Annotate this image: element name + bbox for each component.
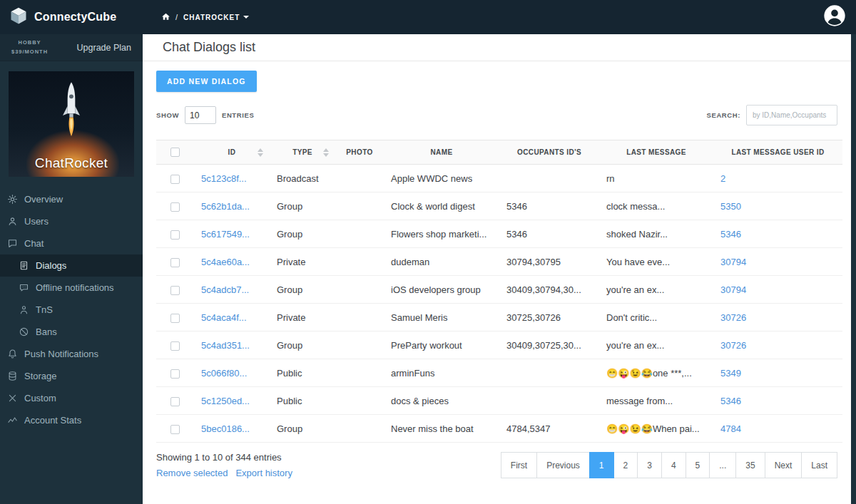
row-checkbox[interactable] (170, 425, 180, 434)
dialog-last-user-cell: 30794 (713, 276, 842, 304)
row-checkbox[interactable] (170, 202, 180, 212)
add-new-dialog-button[interactable]: ADD NEW DIALOG (156, 71, 257, 92)
sidebar-item-tns[interactable]: TnS (0, 299, 143, 321)
table-row: 5c4ae60a... Private dudeman 30794,30795 … (156, 248, 842, 276)
dialog-type-cell: Public (270, 359, 335, 387)
last-message-user-link[interactable]: 5346 (720, 229, 741, 240)
row-checkbox[interactable] (170, 341, 180, 351)
dialog-occupants-cell (499, 165, 599, 192)
table-row: 5c62b1da... Group Clock & world digest 5… (156, 192, 842, 220)
row-checkbox[interactable] (170, 397, 180, 406)
dialog-name-cell: arminFuns (384, 359, 499, 387)
dialog-id-link[interactable]: 5c4aca4f... (201, 312, 247, 323)
dialog-last-message-cell: 😁😜😉😂When pai... (599, 415, 713, 443)
brand-header[interactable]: ConnectyCube (0, 0, 143, 34)
pagination-item[interactable]: ... (709, 452, 736, 478)
pagination-item[interactable]: 1 (589, 452, 614, 478)
pagination-item[interactable]: 5 (686, 452, 710, 478)
sidebar-item-label: Offline notifications (36, 282, 114, 293)
pagination-item[interactable]: Next (765, 452, 802, 478)
dialog-id-link[interactable]: 5c4ae60a... (201, 257, 250, 267)
pagination-item[interactable]: Last (801, 452, 837, 478)
breadcrumb-app-selector[interactable]: CHATROCKET (183, 14, 249, 21)
table-footer: Showing 1 to 10 of 344 entries Remove se… (156, 452, 837, 478)
sidebar-item-account-stats[interactable]: Account Stats (0, 409, 143, 431)
row-checkbox[interactable] (170, 286, 180, 295)
last-message-user-link[interactable]: 30794 (720, 257, 746, 267)
sidebar-item-storage[interactable]: Storage (0, 365, 143, 387)
sidebar-item-label: Account Stats (24, 415, 81, 426)
dialog-last-user-cell: 2 (713, 165, 842, 192)
dialog-name-cell: Apple WWDC news (384, 165, 499, 192)
chat-bubble-icon (7, 238, 18, 249)
last-message-user-link[interactable]: 30794 (720, 284, 746, 295)
dialog-photo-cell (335, 165, 384, 192)
dialog-id-link[interactable]: 5c4adcb7... (201, 284, 249, 295)
select-all-checkbox[interactable] (170, 148, 180, 157)
last-message-user-link[interactable]: 30726 (720, 340, 746, 351)
pagination-item[interactable]: 3 (637, 452, 662, 478)
home-icon[interactable] (161, 12, 170, 23)
last-message-user-link[interactable]: 5349 (720, 368, 741, 379)
row-checkbox[interactable] (170, 258, 180, 267)
showing-entries-text: Showing 1 to 10 of 344 entries (156, 452, 292, 463)
last-message-user-link[interactable]: 4784 (720, 423, 741, 434)
sidebar-item-push-notifications[interactable]: Push Notifications (0, 343, 143, 365)
dialog-id-link[interactable]: 5c123c8f... (201, 173, 247, 184)
remove-selected-link[interactable]: Remove selected (156, 468, 228, 478)
last-message-user-link[interactable]: 5346 (720, 396, 741, 406)
dialog-id-link[interactable]: 5c1250ed... (201, 396, 250, 406)
upgrade-plan-link[interactable]: Upgrade Plan (77, 43, 131, 53)
sidebar-item-offline-notifications[interactable]: Offline notifications (0, 277, 143, 299)
last-message-user-link[interactable]: 30726 (720, 312, 746, 323)
speech-bubble-icon (19, 282, 29, 293)
sidebar-item-chat[interactable]: Chat (0, 232, 143, 254)
header-type[interactable]: TYPE (270, 140, 335, 165)
pagination-item[interactable]: 4 (661, 452, 686, 478)
dialog-photo-cell (335, 192, 384, 220)
sidebar-item-label: Storage (24, 371, 57, 381)
dialog-id-link[interactable]: 5bec0186... (201, 423, 250, 434)
connectycube-logo-icon (9, 6, 29, 29)
export-history-link[interactable]: Export history (235, 468, 292, 478)
sidebar-item-overview[interactable]: Overview (0, 188, 143, 210)
row-checkbox[interactable] (170, 230, 180, 240)
footer-links: Remove selected Export history (156, 468, 292, 478)
pagination: FirstPrevious12345...35NextLast (501, 452, 837, 478)
pagination-item[interactable]: First (501, 452, 537, 478)
sort-icon (323, 148, 329, 157)
dialog-photo-cell (335, 220, 384, 248)
row-checkbox[interactable] (170, 314, 180, 323)
sidebar-item-custom[interactable]: Custom (0, 387, 143, 409)
pagination-item[interactable]: 2 (613, 452, 638, 478)
dialog-id-cell: 5c1250ed... (194, 387, 270, 415)
last-message-user-link[interactable]: 5350 (720, 201, 741, 212)
dialog-id-link[interactable]: 5c62b1da... (201, 201, 250, 212)
dialog-id-link[interactable]: 5c066f80... (201, 368, 247, 379)
dialog-last-message-cell: message from... (599, 387, 713, 415)
table-row: 5c066f80... Public arminFuns 😁😜😉😂one ***… (156, 359, 842, 387)
pagination-item[interactable]: 35 (735, 452, 765, 478)
pagination-item[interactable]: Previous (536, 452, 590, 478)
dialog-photo-cell (335, 359, 384, 387)
row-checkbox[interactable] (170, 175, 180, 184)
dialog-id-link[interactable]: 5c4ad351... (201, 340, 250, 351)
account-avatar[interactable] (823, 4, 846, 30)
sidebar-item-bans[interactable]: Bans (0, 321, 143, 343)
search-input[interactable] (746, 105, 837, 125)
custom-x-icon (7, 393, 18, 403)
show-entries-input[interactable] (185, 106, 216, 124)
sidebar-item-users[interactable]: Users (0, 210, 143, 232)
sidebar-item-dialogs[interactable]: Dialogs (0, 254, 143, 277)
project-banner[interactable]: ChatRocket (9, 71, 134, 177)
last-message-user-link[interactable]: 2 (720, 173, 725, 184)
dialog-last-user-cell: 4784 (713, 415, 842, 443)
app-root: ConnectyCube HOBBY $39/MONTH Upgrade Pla… (0, 0, 856, 504)
dialog-id-cell: 5c066f80... (194, 359, 270, 387)
dialog-last-user-cell: 30726 (713, 304, 842, 331)
row-checkbox-cell (156, 387, 194, 415)
header-id[interactable]: ID (194, 140, 270, 165)
dialog-id-link[interactable]: 5c617549... (201, 229, 250, 240)
row-checkbox[interactable] (170, 369, 180, 379)
dialog-photo-cell (335, 331, 384, 359)
